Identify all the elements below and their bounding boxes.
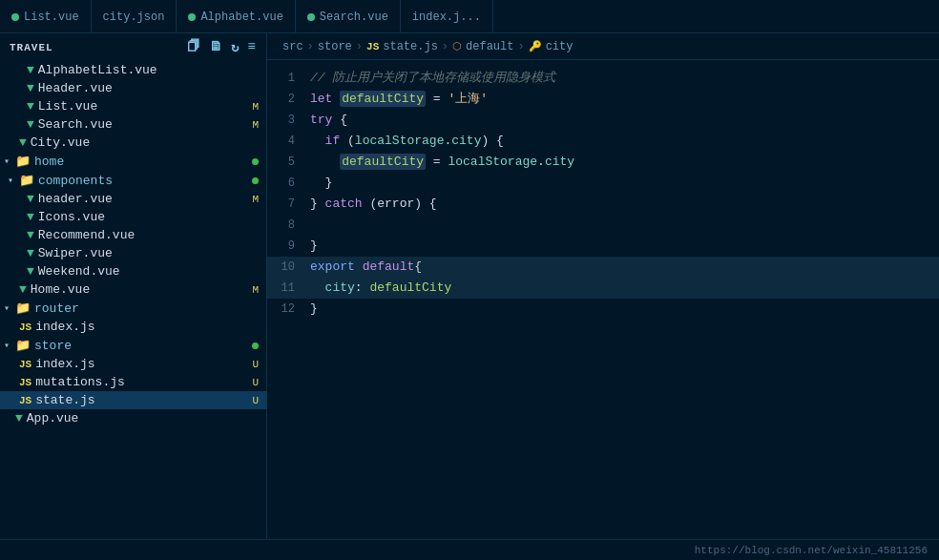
tree-item-recommend-vue[interactable]: ▼Recommend.vue — [0, 226, 266, 244]
status-bar: https://blog.csdn.net/weixin_45811256 — [0, 539, 939, 560]
breadcrumb-key-icon: 🔑 — [529, 40, 542, 52]
tree-item-router-index[interactable]: JSindex.js — [0, 318, 266, 336]
tree-item-list-vue[interactable]: ▼List.vueM — [0, 97, 266, 115]
tree-item-state[interactable]: JSstate.jsU — [0, 391, 266, 409]
tree-item-alphabetlist[interactable]: ▼AlphabetList.vue — [0, 61, 266, 79]
modified-dot — [252, 342, 259, 349]
vue-dot — [307, 13, 315, 21]
breadcrumb-func-icon: ⬡ — [452, 40, 462, 52]
keyword-token: let — [310, 92, 340, 106]
breadcrumb-src: src — [282, 40, 303, 53]
tab-bar: List.vue city.json Alphabet.vue Search.v… — [0, 0, 939, 33]
punct-token: = — [426, 155, 448, 169]
tab-list[interactable]: List.vue — [0, 0, 92, 33]
tree-item-components[interactable]: ▾📁components — [0, 171, 266, 190]
tree-label: Header.vue — [38, 81, 266, 95]
comment-token: // 防止用户关闭了本地存储或使用隐身模式 — [310, 71, 555, 85]
code-content: if (localStorage.city) { — [310, 131, 939, 152]
vue-dot — [188, 13, 196, 21]
highlight-var-token: defaultCity — [340, 91, 426, 107]
file-badge: M — [252, 101, 259, 113]
punct-token: { — [332, 113, 347, 127]
code-line: 2let defaultCity = '上海' — [267, 89, 939, 110]
collapse-icon[interactable]: ≡ — [248, 39, 257, 55]
tree-label: App.vue — [27, 411, 266, 425]
vue-icon: ▼ — [27, 63, 34, 77]
new-file-icon[interactable]: 🗍 — [187, 39, 201, 55]
js-icon: JS — [19, 393, 31, 407]
tree-arrow: ▾ — [8, 175, 17, 186]
file-badge: U — [252, 377, 259, 388]
code-editor[interactable]: 1// 防止用户关闭了本地存储或使用隐身模式2let defaultCity =… — [267, 60, 939, 539]
tree-item-store-index[interactable]: JSindex.jsU — [0, 355, 266, 373]
sidebar: TRAVEL 🗍 🗎 ↻ ≡ ▼AlphabetList.vue▼Header.… — [0, 33, 267, 539]
line-number: 3 — [267, 110, 310, 131]
breadcrumb-default: default — [466, 40, 513, 53]
string-token: '上海' — [448, 92, 488, 106]
tab-label: index.j... — [412, 10, 481, 24]
tree-label: store — [34, 339, 252, 353]
tab-label: List.vue — [24, 10, 79, 24]
code-content: } — [310, 299, 939, 320]
tree-item-app-vue[interactable]: ▼App.vue — [0, 409, 266, 427]
line-number: 8 — [267, 215, 310, 236]
tree-item-icons-vue[interactable]: ▼Icons.vue — [0, 208, 266, 226]
tree-label: Weekend.vue — [38, 264, 266, 279]
tree-item-header-vue[interactable]: ▼Header.vue — [0, 79, 266, 97]
tree-item-header-vue2[interactable]: ▼header.vueM — [0, 190, 266, 208]
file-badge: U — [252, 395, 259, 406]
tree-item-weekend-vue[interactable]: ▼Weekend.vue — [0, 262, 266, 280]
code-line: 10export default{ — [267, 257, 939, 278]
vue-icon: ▼ — [27, 228, 34, 242]
sidebar-header: TRAVEL 🗍 🗎 ↻ ≡ — [0, 33, 266, 61]
tree-item-home[interactable]: ▾📁home — [0, 152, 266, 171]
prop-token: localStorage — [448, 155, 537, 169]
tree-label: City.vue — [31, 135, 266, 150]
code-lines: 1// 防止用户关闭了本地存储或使用隐身模式2let defaultCity =… — [267, 68, 939, 320]
tab-index[interactable]: index.j... — [401, 0, 493, 33]
punct-token: = — [426, 92, 448, 106]
tree-label: List.vue — [38, 99, 253, 114]
refresh-icon[interactable]: ↻ — [231, 39, 240, 55]
js-icon: JS — [19, 357, 31, 371]
punct-token: } — [310, 176, 332, 190]
tree-item-search-vue[interactable]: ▼Search.vueM — [0, 115, 266, 134]
code-content: } — [310, 236, 939, 257]
keyword-token: try — [310, 113, 332, 127]
code-content: } — [310, 173, 939, 194]
tree-label: state.js — [35, 393, 252, 407]
vue-icon: ▼ — [27, 264, 34, 279]
line-number: 11 — [267, 278, 310, 299]
tree-item-router[interactable]: ▾📁router — [0, 299, 266, 318]
tab-alphabet[interactable]: Alphabet.vue — [177, 0, 295, 33]
code-line: 7} catch (error) { — [267, 194, 939, 215]
js-icon: JS — [19, 320, 31, 334]
code-content: defaultCity = localStorage.city — [310, 152, 939, 173]
tree-item-store[interactable]: ▾📁store — [0, 336, 266, 355]
code-content: export default{ — [310, 257, 939, 278]
vue-icon: ▼ — [27, 117, 34, 132]
line-number: 4 — [267, 131, 310, 152]
code-line: 12} — [267, 299, 939, 320]
vue-icon: ▼ — [27, 192, 34, 206]
punct-token — [355, 259, 363, 274]
prop-token: localStorage — [355, 134, 445, 148]
line-number: 10 — [267, 257, 310, 278]
tree-item-swiper-vue[interactable]: ▼Swiper.vue — [0, 244, 266, 262]
tree-item-home-vue[interactable]: ▼Home.vueM — [0, 280, 266, 299]
sidebar-icons: 🗍 🗎 ↻ ≡ — [187, 39, 257, 55]
tab-city[interactable]: city.json — [92, 0, 177, 33]
folder-icon: 📁 — [15, 338, 31, 353]
line-number: 7 — [267, 194, 310, 215]
tree-item-city-vue[interactable]: ▼City.vue — [0, 134, 266, 152]
file-badge: M — [252, 194, 259, 205]
tree-label: header.vue — [38, 192, 253, 206]
new-folder-icon[interactable]: 🗎 — [209, 39, 223, 55]
code-line: 3try { — [267, 110, 939, 131]
status-url[interactable]: https://blog.csdn.net/weixin_45811256 — [695, 545, 928, 556]
code-content: let defaultCity = '上海' — [310, 89, 939, 110]
tab-search[interactable]: Search.vue — [296, 0, 401, 33]
tree-item-mutations[interactable]: JSmutations.jsU — [0, 373, 266, 391]
code-line: 4 if (localStorage.city) { — [267, 131, 939, 152]
prop-token: city — [325, 280, 355, 295]
